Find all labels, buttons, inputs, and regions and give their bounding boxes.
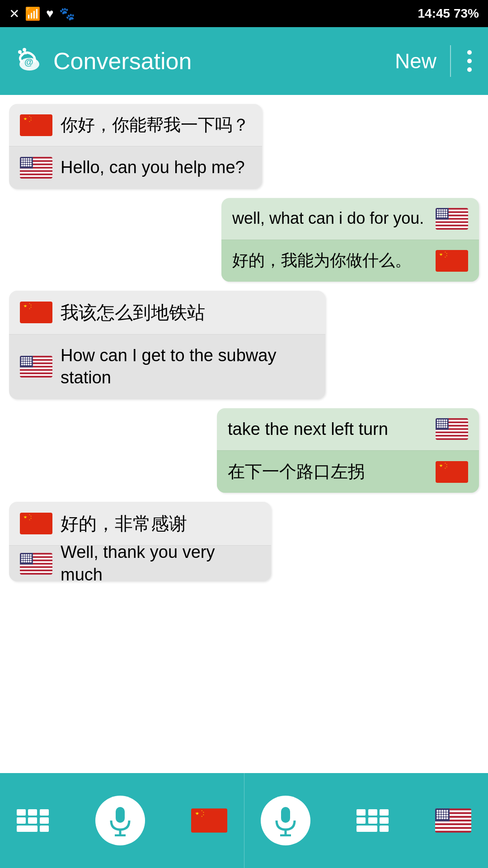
message-text: take the next left turn <box>228 418 427 440</box>
time-display: 14:45 <box>418 6 450 20</box>
message-original-row: 好的，非常感谢 <box>9 502 271 545</box>
new-button[interactable]: New <box>395 49 436 73</box>
svg-rect-142 <box>20 513 52 534</box>
wifi-icon: 📶 <box>25 6 41 21</box>
svg-rect-176 <box>116 807 125 823</box>
svg-point-202 <box>439 812 441 814</box>
mic-left-button[interactable] <box>95 796 145 845</box>
svg-point-21 <box>23 158 25 160</box>
keyboard-icon-left[interactable] <box>17 809 49 832</box>
svg-point-197 <box>439 810 441 811</box>
bubble-left: 好的，非常感谢 <box>9 502 271 581</box>
bubble-left: 我该怎么到地铁站 <box>9 291 325 399</box>
svg-rect-154 <box>20 571 52 573</box>
signal-icon: ♥ <box>46 6 54 21</box>
menu-button[interactable] <box>465 47 474 75</box>
svg-point-163 <box>25 556 27 558</box>
svg-point-25 <box>21 160 23 162</box>
message-translated-row: 好的，我能为你做什么。 <box>221 240 479 282</box>
svg-point-119 <box>443 420 445 421</box>
svg-rect-136 <box>436 461 468 483</box>
svg-point-92 <box>30 357 32 359</box>
svg-point-120 <box>446 420 447 421</box>
header-left: @ Conversation <box>14 45 192 77</box>
keyboard-icon-right[interactable] <box>357 809 389 832</box>
svg-point-104 <box>23 363 25 365</box>
svg-rect-18 <box>20 175 52 177</box>
svg-point-122 <box>439 422 441 424</box>
mic-right-button[interactable] <box>261 796 310 845</box>
svg-rect-179 <box>191 808 227 832</box>
svg-point-24 <box>30 158 32 160</box>
header-divider <box>450 45 451 77</box>
message-text: 好的，非常感谢 <box>61 512 187 535</box>
svg-point-170 <box>30 558 32 560</box>
message-translated-row: 在下一个路口左拐 <box>217 450 479 493</box>
svg-point-57 <box>446 211 447 213</box>
svg-point-157 <box>23 554 25 556</box>
status-time-battery: 14:45 73% <box>418 6 479 21</box>
message-text: well, what can i do for you. <box>232 208 427 229</box>
svg-point-172 <box>23 561 25 562</box>
svg-point-54 <box>439 211 441 213</box>
svg-rect-44 <box>436 220 468 222</box>
svg-point-62 <box>446 213 447 215</box>
svg-rect-16 <box>20 169 52 170</box>
svg-point-99 <box>23 362 25 363</box>
message-text: 我该怎么到地铁站 <box>61 301 205 324</box>
flag-cn <box>436 461 468 483</box>
svg-point-198 <box>441 810 443 811</box>
svg-point-127 <box>439 424 441 426</box>
message-text: 你好，你能帮我一下吗？ <box>61 114 249 136</box>
svg-point-36 <box>23 165 25 166</box>
svg-point-107 <box>30 363 32 365</box>
svg-point-158 <box>25 554 27 556</box>
svg-point-39 <box>30 165 32 166</box>
svg-point-94 <box>23 359 25 361</box>
svg-point-65 <box>441 216 443 217</box>
svg-point-201 <box>436 812 438 814</box>
svg-point-214 <box>444 817 446 819</box>
svg-point-51 <box>443 209 445 211</box>
svg-point-22 <box>25 158 27 160</box>
svg-point-63 <box>437 216 439 217</box>
svg-point-61 <box>443 213 445 215</box>
svg-point-215 <box>446 817 448 819</box>
app-title: Conversation <box>53 47 192 75</box>
message-4: take the next left turn <box>217 408 479 493</box>
message-original-row: 你好，你能帮我一下吗？ <box>9 104 262 146</box>
message-translated-row: Hello, can you help me? <box>9 146 262 189</box>
svg-point-156 <box>21 554 23 556</box>
android-icon: 🐾 <box>59 6 75 21</box>
svg-point-20 <box>21 158 23 160</box>
menu-dot <box>467 59 472 63</box>
svg-point-196 <box>436 810 438 811</box>
svg-point-27 <box>25 160 27 162</box>
message-5: 好的，非常感谢 <box>9 502 366 581</box>
flag-cn <box>20 114 52 136</box>
svg-point-165 <box>30 556 32 558</box>
svg-point-161 <box>21 556 23 558</box>
svg-rect-192 <box>435 821 471 823</box>
svg-rect-112 <box>436 430 468 432</box>
bottom-spacer <box>9 590 479 690</box>
svg-point-131 <box>437 426 439 428</box>
svg-point-124 <box>443 422 445 424</box>
svg-point-125 <box>446 422 447 424</box>
status-bar: ✕ 📶 ♥ 🐾 14:45 73% <box>0 0 488 27</box>
svg-point-90 <box>25 357 27 359</box>
svg-point-33 <box>28 162 29 164</box>
flag-cn <box>20 513 52 534</box>
svg-rect-84 <box>20 368 52 369</box>
svg-point-101 <box>28 362 29 363</box>
svg-point-97 <box>30 359 32 361</box>
x-icon: ✕ <box>9 6 19 21</box>
svg-point-93 <box>21 359 23 361</box>
svg-point-169 <box>28 558 29 560</box>
svg-point-135 <box>446 426 447 428</box>
svg-rect-185 <box>281 807 290 823</box>
svg-point-175 <box>30 561 32 562</box>
svg-point-206 <box>436 815 438 816</box>
chat-area: 你好，你能帮我一下吗？ <box>0 95 488 694</box>
svg-point-133 <box>441 426 443 428</box>
